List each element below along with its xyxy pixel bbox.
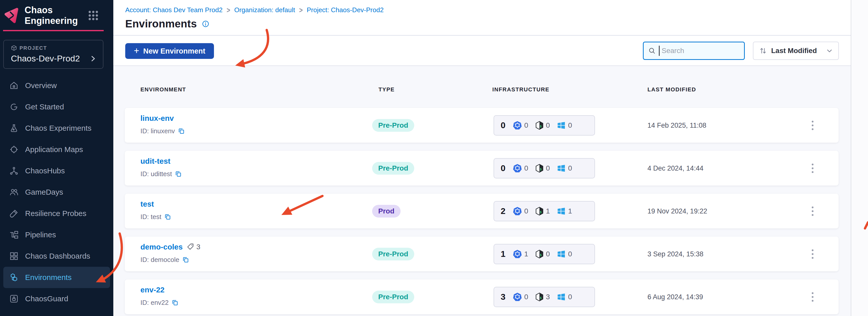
infra-total-count: 3 — [501, 292, 505, 302]
sidebar-item-chaoshubs[interactable]: ChaosHubs — [3, 160, 110, 181]
chaos-logo-icon — [4, 8, 19, 23]
row-menu-icon[interactable] — [809, 290, 816, 304]
svg-text:$: $ — [540, 168, 541, 171]
last-modified-date: 4 Dec 2024, 14:44 — [647, 164, 704, 172]
breadcrumb-account[interactable]: Account: Chaos Dev Team Prod2 — [125, 6, 223, 14]
tag-count-value: 3 — [196, 243, 200, 251]
network-icon — [9, 166, 19, 175]
windows-count: 0 — [568, 164, 572, 172]
table-row[interactable]: test ID: test Prod 2 0 $ 1 1 19 Nov 2024… — [125, 194, 839, 228]
row-menu-icon[interactable] — [809, 247, 816, 261]
sidebar-item-label: GameDays — [25, 188, 63, 197]
breadcrumb-project[interactable]: Project: Chaos-Dev-Prod2 — [307, 6, 383, 14]
project-label: PROJECT — [20, 45, 47, 51]
sort-dropdown[interactable]: Last Modified — [753, 41, 839, 60]
environment-type-badge: Prod — [372, 205, 401, 218]
kubernetes-icon — [513, 249, 522, 259]
scrollbar-track[interactable] — [851, 0, 868, 316]
search-box — [643, 41, 745, 60]
k8s-count: 0 — [524, 164, 528, 172]
sidebar-item-environments[interactable]: Environments — [3, 267, 110, 288]
windows-icon — [556, 249, 566, 259]
environment-name-link[interactable]: test — [141, 200, 154, 208]
col-header-environment: ENVIRONMENT — [141, 86, 186, 93]
main-area: Account: Chaos Dev Team Prod2 > Organiza… — [113, 0, 851, 316]
last-modified-date: 6 Aug 2024, 14:39 — [647, 293, 703, 301]
environment-name-link[interactable]: env-22 — [141, 286, 164, 294]
info-icon[interactable] — [202, 20, 209, 28]
table-row[interactable]: linux-env ID: linuxenv Pre-Prod 0 0 $ 0 … — [125, 108, 839, 143]
windows-count: 0 — [568, 121, 572, 130]
sort-arrows-icon — [759, 47, 767, 55]
sidebar-item-get-started[interactable]: Get Started — [3, 96, 110, 117]
chevron-right-icon — [90, 55, 96, 62]
flask-icon — [9, 124, 19, 133]
sidebar-item-label: Pipelines — [25, 230, 56, 239]
linux-bash-icon: $ — [535, 164, 544, 173]
last-modified-date: 14 Feb 2025, 11:08 — [647, 121, 706, 129]
sidebar-item-gamedays[interactable]: GameDays — [3, 181, 110, 203]
environment-id: ID: democole — [141, 256, 179, 264]
environments-table: ENVIRONMENT TYPE INFRASTRUCTURE LAST MOD… — [113, 66, 851, 316]
environment-type-badge: Pre-Prod — [372, 291, 414, 303]
home-icon — [9, 81, 19, 90]
sidebar-item-resilience-probes[interactable]: Resilience Probes — [3, 203, 110, 224]
environment-id: ID: linuxenv — [141, 127, 175, 135]
linux-count: 0 — [546, 250, 550, 258]
sidebar-item-application-maps[interactable]: Application Maps — [3, 139, 110, 160]
row-menu-icon[interactable] — [809, 204, 816, 218]
linux-count: 3 — [546, 293, 550, 301]
app-grid-icon[interactable] — [88, 10, 99, 21]
last-modified-date: 19 Nov 2024, 19:22 — [647, 207, 707, 215]
lock-icon — [9, 294, 19, 303]
environment-name-link[interactable]: demo-coles — [141, 242, 183, 251]
linux-bash-icon: $ — [535, 292, 544, 301]
sort-selected-value: Last Modified — [771, 47, 817, 55]
infrastructure-summary: 0 0 $ 0 0 — [494, 115, 595, 136]
copy-icon[interactable] — [178, 128, 185, 135]
environment-name-link[interactable]: udit-test — [141, 157, 170, 166]
sidebar-item-chaosguard[interactable]: ChaosGuard — [3, 288, 110, 309]
search-icon — [648, 47, 656, 55]
breadcrumb-separator: > — [299, 6, 303, 15]
kubernetes-icon — [513, 164, 522, 173]
page-title: Environments — [125, 18, 197, 30]
linux-count: 0 — [546, 164, 550, 172]
sidebar-item-chaos-dashboards[interactable]: Chaos Dashboards — [3, 246, 110, 267]
sidebar-item-overview[interactable]: Overview — [3, 75, 110, 96]
search-input[interactable] — [662, 47, 738, 55]
k8s-count: 0 — [524, 207, 528, 215]
pipeline-icon — [9, 230, 19, 239]
row-menu-icon[interactable] — [809, 161, 816, 175]
new-environment-button[interactable]: + New Environment — [125, 43, 214, 59]
breadcrumb-organization[interactable]: Organization: default — [234, 6, 295, 14]
sidebar-item-chaos-experiments[interactable]: Chaos Experiments — [3, 117, 110, 139]
sidebar-item-label: Chaos Dashboards — [25, 252, 90, 260]
infrastructure-summary: 2 0 $ 1 1 — [494, 201, 595, 221]
infrastructure-summary: 0 0 $ 0 0 — [494, 158, 595, 178]
infra-total-count: 2 — [501, 206, 505, 216]
environment-id: ID: udittest — [141, 170, 172, 178]
kubernetes-icon — [513, 292, 522, 302]
sidebar-item-label: ChaosGuard — [25, 294, 68, 303]
breadcrumb: Account: Chaos Dev Team Prod2 > Organiza… — [125, 6, 383, 14]
infrastructure-summary: 3 0 $ 3 0 — [494, 287, 595, 307]
text-cursor — [659, 46, 660, 56]
copy-icon[interactable] — [175, 171, 182, 177]
plus-icon: + — [134, 46, 139, 55]
table-row[interactable]: env-22 ID: env22 Pre-Prod 3 0 $ 3 0 6 Au… — [125, 280, 839, 314]
tags-badge: 3 — [186, 243, 200, 251]
project-selector[interactable]: PROJECT Chaos-Dev-Prod2 — [3, 40, 103, 69]
table-row[interactable]: udit-test ID: udittest Pre-Prod 0 0 $ 0 … — [125, 151, 839, 185]
sidebar-item-pipelines[interactable]: Pipelines — [3, 224, 110, 246]
kubernetes-icon — [513, 206, 522, 216]
table-row[interactable]: demo-coles 3 ID: democole Pre-Prod 1 1 $… — [125, 236, 839, 271]
row-menu-icon[interactable] — [809, 118, 816, 133]
sidebar-item-label: Application Maps — [25, 145, 83, 154]
copy-icon[interactable] — [164, 213, 171, 220]
sidebar-item-label: Resilience Probes — [25, 209, 87, 218]
svg-text:$: $ — [540, 253, 541, 257]
environment-name-link[interactable]: linux-env — [141, 114, 174, 123]
copy-icon[interactable] — [182, 256, 189, 263]
copy-icon[interactable] — [172, 299, 179, 306]
